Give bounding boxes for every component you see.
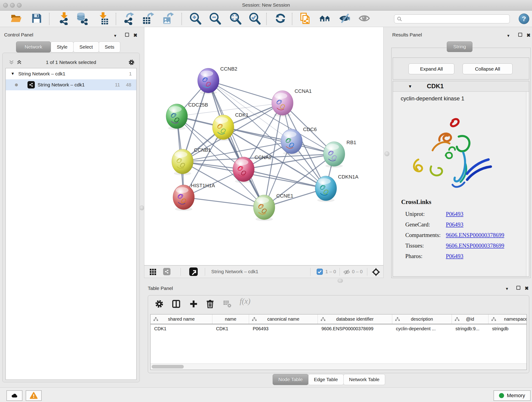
hide-selected-eye-slash-icon[interactable]	[338, 12, 351, 26]
table-header-row[interactable]: shared namenamecanonical namedatabase id…	[151, 314, 526, 324]
table-body[interactable]: CDK1CDK1P064939606.ENSP00000378699cyclin…	[151, 324, 526, 333]
export-image-icon[interactable]	[161, 12, 174, 26]
detach-view-icon[interactable]	[189, 268, 198, 276]
network-node-count: 11	[115, 82, 120, 88]
table-cell[interactable]: stringdb	[488, 324, 527, 333]
zoom-fit-icon[interactable]	[229, 12, 242, 26]
netbar-separator	[181, 268, 181, 276]
import-table-file-icon[interactable]	[96, 12, 110, 26]
tab-select[interactable]: Select	[73, 41, 99, 52]
export-network-icon[interactable]	[122, 12, 136, 26]
bottom-splitter-grip[interactable]	[337, 279, 343, 283]
tab-style[interactable]: Style	[51, 41, 74, 52]
table-cell[interactable]: 9606.ENSP00000378699	[318, 324, 392, 333]
apply-layout-icon[interactable]	[274, 12, 287, 26]
search-field[interactable]	[394, 14, 510, 23]
crosslink-link[interactable]: P06493	[446, 211, 463, 217]
open-session-icon[interactable]	[10, 12, 23, 25]
table-settings-gear-icon[interactable]	[154, 299, 164, 309]
birdseye-crosshair-icon[interactable]	[372, 268, 380, 276]
table-cell[interactable]: CDK1	[151, 324, 212, 333]
tab-network[interactable]: Network	[16, 41, 51, 52]
expand-all-button[interactable]: Expand All	[409, 64, 454, 74]
search-input[interactable]	[404, 16, 510, 22]
network-graph[interactable]: CCNB2CCNA1CDC25BCDK1CDC6RB1CCNB1CCNA2CDK…	[144, 27, 383, 265]
protein-section-header[interactable]: ▼ CDK1	[393, 81, 529, 92]
panel-menu-chevron-icon[interactable]: ▾	[114, 33, 116, 38]
crosslink-link[interactable]: 9606.ENSP00000378699	[446, 232, 504, 238]
table-cell[interactable]: stringdb:9...	[452, 324, 488, 333]
help-icon[interactable]: ?	[519, 13, 529, 24]
show-all-eye-icon[interactable]	[358, 12, 371, 25]
table-cell[interactable]: P06493	[249, 324, 318, 333]
close-panel-icon[interactable]: ✖	[525, 286, 529, 291]
crosslink-link[interactable]: 9606.ENSP00000378699	[446, 242, 504, 249]
column-header[interactable]: database identifier	[318, 314, 392, 324]
float-panel-icon[interactable]	[518, 33, 522, 38]
control-panel-tabs: Network Style Select Sets	[16, 41, 120, 52]
column-header[interactable]: canonical name	[249, 314, 318, 324]
hierarchy-icon	[252, 317, 257, 322]
tab-node-table[interactable]: Node Table	[273, 374, 308, 385]
right-splitter-grip[interactable]	[385, 151, 389, 156]
table-cell[interactable]: CDK1	[212, 324, 249, 333]
crosslink-link[interactable]: P06493	[446, 253, 463, 259]
section-collapse-caret-icon[interactable]: ▼	[408, 84, 412, 89]
svg-text:CCNB2: CCNB2	[220, 66, 237, 72]
zoom-out-icon[interactable]	[209, 12, 221, 26]
scrollbar-thumb[interactable]	[152, 365, 184, 369]
column-header[interactable]: description	[392, 314, 452, 324]
network-share-view-icon[interactable]	[163, 268, 171, 275]
panel-menu-chevron-icon[interactable]: ▾	[506, 286, 508, 291]
export-table-icon[interactable]	[141, 12, 155, 26]
tree-expand-caret-icon[interactable]: ▼	[11, 71, 15, 76]
float-panel-icon[interactable]	[125, 33, 129, 38]
column-header[interactable]: name	[212, 314, 249, 324]
column-header[interactable]: shared name	[151, 314, 212, 324]
tab-network-table[interactable]: Network Table	[343, 374, 385, 385]
collapse-all-button[interactable]: Collapse All	[462, 64, 513, 74]
tab-edge-table[interactable]: Edge Table	[308, 374, 344, 385]
network-row-selected[interactable]: String Network – cdk1 11 48	[6, 79, 136, 90]
tab-sets[interactable]: Sets	[99, 41, 120, 52]
table-horizontal-scrollbar[interactable]	[151, 364, 526, 370]
cloud-button[interactable]	[6, 390, 22, 401]
memory-label: Memory	[507, 393, 525, 399]
column-header[interactable]: namespace	[488, 314, 527, 324]
selected-checkbox-icon[interactable]	[317, 269, 323, 275]
crosslinks-block: CrossLinks Uniprot:P06493 GeneCard:P0649…	[401, 198, 504, 262]
panel-menu-chevron-icon[interactable]: ▾	[507, 33, 510, 38]
show-columns-icon[interactable]	[171, 299, 181, 309]
float-panel-icon[interactable]	[516, 286, 520, 291]
svg-text:CCNE1: CCNE1	[276, 193, 293, 199]
network-collection-row[interactable]: ▼ String Network – cdk1 1	[6, 68, 136, 79]
table-cell[interactable]: cyclin-dependent ...	[392, 324, 452, 333]
function-builder-icon-disabled: f(x)	[240, 297, 250, 306]
table-row[interactable]: CDK1CDK1P064939606.ENSP00000378699cyclin…	[151, 324, 526, 333]
close-panel-icon[interactable]: ✖	[133, 32, 138, 38]
grid-view-icon[interactable]	[149, 268, 157, 276]
cloud-icon	[11, 392, 18, 399]
crosslink-link[interactable]: P06493	[446, 221, 463, 228]
warning-button[interactable]	[26, 390, 42, 401]
column-header[interactable]: @id	[452, 314, 488, 324]
save-session-icon[interactable]	[31, 12, 43, 25]
left-splitter-grip[interactable]	[139, 205, 144, 211]
table-panel: f(x) shared namenamecanonical namedataba…	[148, 295, 529, 373]
close-panel-icon[interactable]: ✖	[526, 32, 531, 38]
first-neighbors-icon[interactable]	[318, 12, 332, 25]
svg-text:HIST1H1A: HIST1H1A	[191, 183, 215, 188]
add-column-icon[interactable]	[189, 299, 198, 309]
gear-icon[interactable]	[128, 59, 135, 66]
memory-button[interactable]: Memory	[494, 390, 531, 401]
tab-string[interactable]: String	[447, 41, 472, 52]
zoom-in-icon[interactable]	[189, 12, 202, 26]
network-canvas[interactable]: CCNB2CCNA1CDC25BCDK1CDC6RB1CCNB1CCNA2CDK…	[144, 27, 384, 265]
import-network-file-icon[interactable]	[57, 12, 71, 26]
results-scrollbar[interactable]	[526, 92, 529, 276]
new-network-from-selection-icon[interactable]	[299, 12, 311, 26]
title-bar: Session: New Session	[0, 0, 532, 11]
delete-column-trash-icon[interactable]	[205, 299, 215, 309]
import-network-database-icon[interactable]	[75, 12, 89, 26]
zoom-selected-icon[interactable]	[248, 12, 261, 26]
